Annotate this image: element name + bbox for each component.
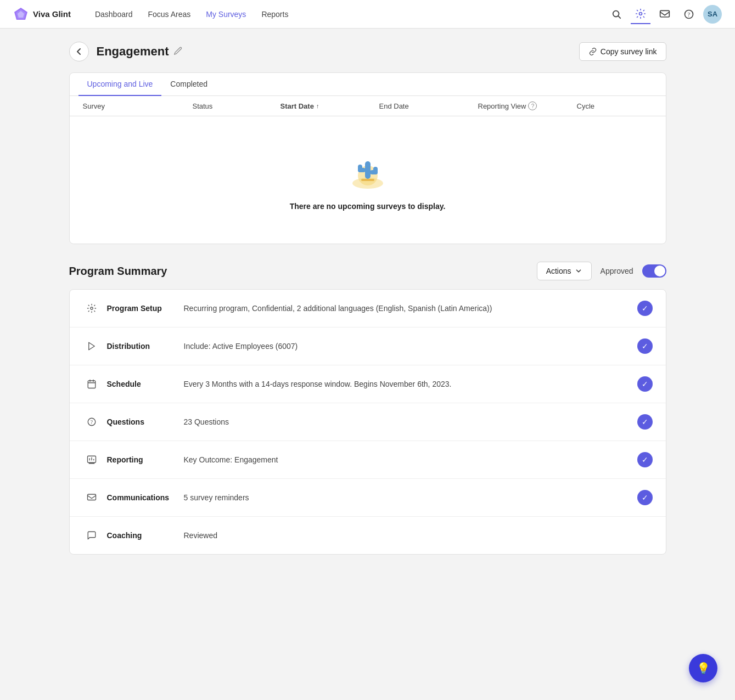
help-icon: ? [683,9,694,20]
search-button[interactable] [607,4,626,24]
message-icon [659,9,670,20]
program-summary-actions: Actions Approved [537,262,666,280]
back-arrow-icon [75,47,83,56]
back-button[interactable] [69,42,89,61]
coaching-icon [83,527,100,544]
approved-toggle[interactable] [642,264,666,278]
nav-reports[interactable]: Reports [255,7,295,22]
communications-label: Communications [107,493,184,502]
col-cycle: Cycle [577,101,653,110]
page-title: Engagement [97,44,579,59]
nav-dashboard[interactable]: Dashboard [88,7,139,22]
user-avatar[interactable]: SA [703,5,722,24]
survey-table-card: Upcoming and Live Completed Survey Statu… [69,72,666,244]
summary-row-schedule[interactable]: Schedule Every 3 Months with a 14-days r… [70,365,666,403]
svg-text:?: ? [688,11,691,18]
questions-value: 23 Questions [184,417,637,426]
program-summary-card: Program Setup Recurring program, Confide… [69,289,666,555]
col-survey: Survey [83,101,193,110]
cactus-illustration [346,149,390,193]
program-setup-icon [83,300,100,317]
communications-icon [83,489,100,506]
summary-row-coaching[interactable]: Coaching Reviewed [70,517,666,554]
svg-point-17 [90,307,93,310]
svg-rect-15 [373,167,378,174]
search-icon [611,9,621,19]
settings-button[interactable] [631,4,650,24]
tab-upcoming-live[interactable]: Upcoming and Live [78,73,162,96]
svg-rect-32 [87,494,96,500]
svg-marker-18 [88,342,94,350]
page-header: Engagement Copy survey link [69,42,666,61]
main-content: Engagement Copy survey link Upcoming and… [60,29,675,568]
reporting-label: Reporting [107,455,184,464]
copy-survey-link-button[interactable]: Copy survey link [579,42,666,61]
coaching-label: Coaching [107,531,184,540]
survey-tabs: Upcoming and Live Completed [70,73,666,96]
distribution-check: ✓ [637,338,653,354]
svg-rect-11 [365,161,371,179]
link-icon [588,47,597,56]
col-start-date[interactable]: Start Date ↑ [280,101,379,110]
edit-title-icon[interactable] [173,47,182,57]
toggle-knob [654,266,665,276]
nav-focus-areas[interactable]: Focus Areas [141,7,197,22]
empty-state-text: There are no upcoming surveys to display… [290,202,446,211]
nav-links: Dashboard Focus Areas My Surveys Reports [88,7,607,22]
schedule-icon [83,375,100,393]
svg-rect-19 [88,381,96,388]
table-header: Survey Status Start Date ↑ End Date Repo… [70,96,666,116]
summary-row-questions[interactable]: ? Questions 23 Questions ✓ [70,403,666,441]
nav-my-surveys[interactable]: My Surveys [199,7,253,22]
schedule-value: Every 3 Months with a 14-days response w… [184,380,637,388]
svg-rect-6 [660,10,670,17]
schedule-check: ✓ [637,376,653,392]
summary-row-program-setup[interactable]: Program Setup Recurring program, Confide… [70,290,666,328]
svg-rect-16 [361,179,374,181]
svg-point-5 [639,12,642,15]
summary-row-reporting[interactable]: Reporting Key Outcome: Engagement ✓ [70,441,666,479]
communications-value: 5 survey reminders [184,493,637,502]
reporting-icon [83,451,100,468]
coaching-value: Reviewed [184,531,653,540]
sort-asc-icon: ↑ [316,103,319,109]
messages-button[interactable] [655,4,675,24]
distribution-value: Include: Active Employees (6007) [184,342,637,351]
svg-line-4 [618,16,620,18]
program-setup-label: Program Setup [107,304,184,313]
summary-row-distribution[interactable]: Distribution Include: Active Employees (… [70,328,666,365]
col-end-date: End Date [379,101,478,110]
reporting-view-info-icon[interactable]: ? [528,101,537,110]
program-setup-check: ✓ [637,301,653,316]
nav-icon-bar: ? SA [607,4,722,24]
actions-button[interactable]: Actions [537,262,592,280]
communications-check: ✓ [637,490,653,505]
col-status: Status [193,101,280,110]
questions-check: ✓ [637,414,653,430]
col-reporting-view: Reporting View ? [478,101,577,110]
gear-icon [635,8,646,19]
empty-state: There are no upcoming surveys to display… [70,116,666,244]
reporting-check: ✓ [637,452,653,467]
app-logo[interactable]: Viva Glint [13,7,71,22]
help-button[interactable]: ? [679,4,699,24]
top-navigation: Viva Glint Dashboard Focus Areas My Surv… [0,0,735,29]
distribution-label: Distribution [107,342,184,351]
svg-text:?: ? [90,419,92,425]
distribution-icon [83,337,100,355]
reporting-value: Key Outcome: Engagement [184,455,637,464]
questions-label: Questions [107,417,184,426]
svg-rect-13 [358,165,362,172]
program-summary-title: Program Summary [69,265,537,278]
program-setup-value: Recurring program, Confidential, 2 addit… [184,304,637,313]
tab-completed[interactable]: Completed [161,73,216,96]
summary-row-communications[interactable]: Communications 5 survey reminders ✓ [70,479,666,517]
questions-icon: ? [83,413,100,431]
approved-label: Approved [601,267,633,275]
chevron-down-icon [575,267,582,275]
program-summary-header: Program Summary Actions Approved [69,262,666,280]
schedule-label: Schedule [107,380,184,388]
